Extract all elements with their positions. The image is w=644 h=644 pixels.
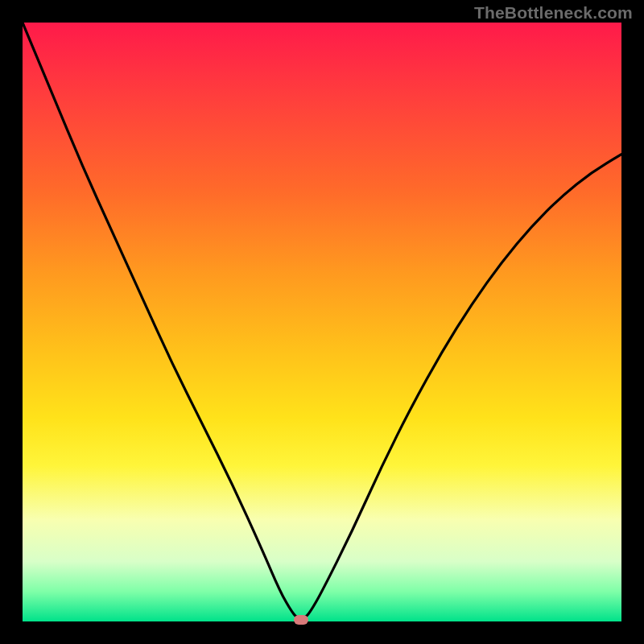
- curve-minimum-marker: [294, 615, 308, 625]
- plot-area: [23, 23, 621, 621]
- bottleneck-curve: [23, 23, 621, 621]
- watermark-label: TheBottleneck.com: [474, 3, 633, 23]
- chart-frame: { "watermark": "TheBottleneck.com", "col…: [0, 0, 644, 644]
